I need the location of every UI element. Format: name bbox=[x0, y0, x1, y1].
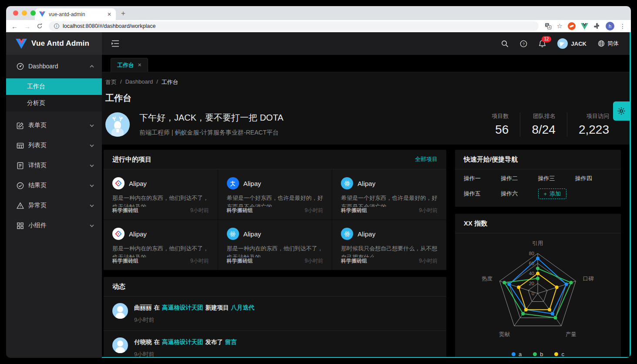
svg-text:引用: 引用 bbox=[533, 240, 543, 246]
project-card[interactable]: Alipay 那是一种内在的东西，他们到达不了，也无法触及的 科学搬砖组 9小时… bbox=[104, 220, 218, 270]
page-info-icon[interactable]: i bbox=[54, 24, 59, 29]
quick-link[interactable]: 操作一 bbox=[464, 175, 501, 182]
sidebar-item-dashboard[interactable]: Dashboard bbox=[6, 57, 102, 75]
app-root: Vue Antd Admin ? 12 JACK bbox=[6, 32, 631, 358]
menu-fold-icon[interactable] bbox=[111, 40, 119, 47]
project-card[interactable]: Alipay 希望是一个好东西，也许是最好的，好东西是不会消亡的 科学搬砖组 9… bbox=[218, 169, 332, 219]
chart-title: XX 指数 bbox=[464, 219, 487, 228]
project-name[interactable]: Alipay bbox=[129, 180, 147, 187]
project-group[interactable]: 科学搬砖组 bbox=[227, 257, 253, 265]
language-switch[interactable]: 简体 bbox=[598, 40, 619, 47]
browser-tabstrip: vue-antd-admin ✕ + bbox=[6, 6, 631, 20]
quick-link[interactable]: 操作四 bbox=[575, 175, 612, 182]
tab-close-icon[interactable]: ✕ bbox=[138, 62, 142, 68]
project-name[interactable]: Alipay bbox=[129, 230, 147, 238]
sidebar-item-analysis[interactable]: 分析页 bbox=[6, 95, 102, 111]
activity-user[interactable]: 曲丽丽 bbox=[134, 304, 152, 312]
address-bar[interactable]: i localhost:8080/#/dashboard/workplace bbox=[49, 21, 539, 31]
warning-icon bbox=[17, 202, 24, 209]
notifications-button[interactable]: 12 bbox=[539, 40, 546, 47]
activity-user[interactable]: 付晓晓 bbox=[134, 338, 152, 346]
minimize-window-button[interactable] bbox=[22, 10, 27, 16]
project-group[interactable]: 科学搬砖组 bbox=[341, 207, 367, 214]
quick-link[interactable]: 操作五 bbox=[464, 190, 501, 198]
alipay-logo-icon bbox=[227, 177, 239, 189]
theme-settings-button[interactable] bbox=[613, 101, 630, 121]
activity-target-link[interactable]: 留言 bbox=[225, 338, 237, 346]
chevron-down-icon bbox=[90, 184, 94, 187]
user-menu[interactable]: JACK bbox=[557, 38, 586, 49]
app-logo[interactable]: Vue Antd Admin bbox=[6, 32, 102, 55]
project-name[interactable]: Alipay bbox=[243, 230, 261, 238]
sidebar-item-label: 分析页 bbox=[27, 99, 45, 107]
add-button[interactable]: + 添加 bbox=[538, 189, 567, 199]
legend-item[interactable]: c bbox=[554, 351, 564, 357]
sidebar-item-exception[interactable]: 异常页 bbox=[6, 197, 102, 214]
activity-group-link[interactable]: 高逼格设计天团 bbox=[162, 338, 203, 346]
dashboard-submenu: 工作台 分析页 bbox=[6, 78, 102, 111]
sidebar-item-detail[interactable]: 详情页 bbox=[6, 157, 102, 174]
sidebar-item-label: 表单页 bbox=[28, 121, 85, 129]
project-group[interactable]: 科学搬砖组 bbox=[227, 207, 253, 214]
project-group[interactable]: 科学搬砖组 bbox=[112, 207, 138, 214]
radar-legend[interactable]: abc bbox=[455, 351, 621, 357]
tab-workplace[interactable]: 工作台 ✕ bbox=[111, 58, 148, 72]
activity-avatar bbox=[112, 303, 128, 319]
refresh-icon[interactable] bbox=[37, 23, 43, 29]
quick-link[interactable]: 操作二 bbox=[501, 175, 538, 182]
quick-links: 操作一 操作二 操作三 操作四 操作五 操作六 + 添加 bbox=[455, 169, 621, 207]
url-text[interactable]: localhost:8080/#/dashboard/workplace bbox=[63, 23, 155, 29]
new-tab-button[interactable]: + bbox=[121, 9, 125, 18]
project-card[interactable]: Alipay 那时候我只会想自己想要什么，从不想自己拥有什么 科学搬砖组 9小时… bbox=[332, 220, 446, 270]
sidebar-item-label: 列表页 bbox=[28, 142, 85, 149]
all-projects-link[interactable]: 全部项目 bbox=[415, 155, 438, 163]
sidebar-item-label: 工作台 bbox=[27, 83, 45, 91]
project-name[interactable]: Alipay bbox=[357, 230, 375, 238]
browser-toolbar: ← → i localhost:8080/#/dashboard/workpla… bbox=[6, 20, 631, 32]
legend-item[interactable]: a bbox=[512, 351, 522, 357]
sidebar-item-widgets[interactable]: 小组件 bbox=[6, 217, 102, 234]
project-group[interactable]: 科学搬砖组 bbox=[112, 257, 138, 265]
quick-link[interactable]: 操作六 bbox=[501, 190, 538, 198]
help-icon[interactable]: ? bbox=[520, 40, 527, 47]
project-name[interactable]: Alipay bbox=[243, 180, 261, 187]
browser-profile-avatar[interactable]: h bbox=[606, 22, 614, 30]
browser-menu-icon[interactable]: ⋮ bbox=[620, 23, 626, 30]
project-card[interactable]: Alipay 那是一种内在的东西，他们到达不了，也无法触及的 科学搬砖组 9小时… bbox=[218, 220, 332, 270]
quick-link[interactable]: 操作三 bbox=[538, 175, 575, 182]
sidebar-item-label: 小组件 bbox=[28, 222, 85, 229]
project-time: 9小时前 bbox=[190, 257, 209, 265]
vue-devtools-icon[interactable] bbox=[581, 23, 588, 30]
notification-badge: 12 bbox=[542, 36, 551, 42]
activity-target-link[interactable]: 八月迭代 bbox=[231, 304, 255, 312]
search-icon[interactable] bbox=[501, 40, 509, 47]
project-card[interactable]: Alipay 那是一种内在的东西，他们到达不了，也无法触及的 科学搬砖组 9小时… bbox=[104, 169, 218, 219]
forward-icon[interactable]: → bbox=[24, 23, 30, 30]
extensions-puzzle-icon[interactable] bbox=[593, 23, 600, 30]
activity-group-link[interactable]: 高逼格设计天团 bbox=[162, 304, 203, 312]
project-group[interactable]: 科学搬砖组 bbox=[341, 257, 367, 265]
translate-icon[interactable]: 文A bbox=[545, 23, 552, 30]
greeting-role: 前端工程师 | 蚂蚁金服-计算服务事业群-REACT平台 bbox=[139, 129, 283, 137]
vue-logo-icon bbox=[16, 39, 27, 49]
bookmark-star-icon[interactable]: ☆ bbox=[557, 22, 563, 30]
macos-traffic-lights[interactable] bbox=[13, 10, 36, 16]
extension-orange-icon[interactable] bbox=[568, 22, 576, 30]
sidebar-item-form[interactable]: 表单页 bbox=[6, 117, 102, 134]
close-window-button[interactable] bbox=[13, 10, 18, 16]
project-name[interactable]: Alipay bbox=[357, 180, 375, 187]
sidebar-item-workplace[interactable]: 工作台 bbox=[6, 78, 102, 95]
legend-item[interactable]: b bbox=[533, 351, 543, 357]
breadcrumb-home[interactable]: 首页 bbox=[105, 78, 117, 86]
back-icon[interactable]: ← bbox=[11, 23, 18, 30]
globe-icon bbox=[598, 40, 605, 47]
radar-chart: 020406080引用口碑产量贡献热度 abc bbox=[455, 233, 621, 358]
browser-tab[interactable]: vue-antd-admin ✕ bbox=[35, 8, 116, 20]
stat-rank: 团队排名 8/24 bbox=[520, 112, 567, 137]
sidebar-item-list[interactable]: 列表页 bbox=[6, 137, 102, 154]
breadcrumb-dashboard[interactable]: Dashboard bbox=[125, 78, 153, 86]
sidebar-item-result[interactable]: 结果页 bbox=[6, 177, 102, 194]
zoom-window-button[interactable] bbox=[30, 10, 36, 16]
tab-close-icon[interactable]: ✕ bbox=[107, 11, 111, 17]
project-card[interactable]: Alipay 希望是一个好东西，也许是最好的，好东西是不会消亡的 科学搬砖组 9… bbox=[332, 169, 446, 219]
